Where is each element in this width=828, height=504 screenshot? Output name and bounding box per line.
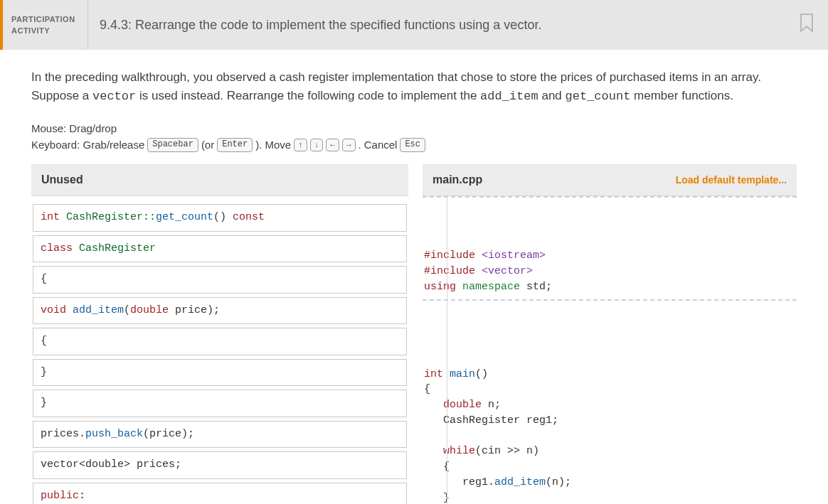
hint-keyboard: Keyboard: Grab/release Spacebar (or Ente… bbox=[31, 137, 797, 154]
code-line: #include <iostream> bbox=[424, 248, 797, 264]
intro-code-additem: add_item bbox=[480, 90, 538, 103]
code-line: } bbox=[424, 490, 797, 505]
code-line: int main() bbox=[424, 367, 797, 382]
hint-move: Move bbox=[265, 137, 291, 154]
code-tile[interactable]: vector<double> prices; bbox=[33, 451, 407, 479]
activity-title: 9.4.3: Rearrange the code to implement t… bbox=[88, 0, 785, 50]
unused-tiles-list[interactable]: int CashRegister::get_count() constclass… bbox=[31, 196, 408, 504]
key-spacebar: Spacebar bbox=[147, 138, 198, 152]
key-left: ← bbox=[326, 139, 339, 151]
code-section-2[interactable]: int main(){ double n; CashRegister reg1;… bbox=[423, 301, 797, 505]
unused-header: Unused bbox=[31, 164, 408, 196]
code-line: { bbox=[424, 382, 797, 397]
intro-paragraph: In the preceding walkthrough, you observ… bbox=[31, 68, 797, 105]
code-line: #include <vector> bbox=[424, 264, 797, 279]
code-tile[interactable]: { bbox=[33, 266, 407, 294]
activity-header: PARTICIPATION ACTIVITY 9.4.3: Rearrange … bbox=[0, 0, 828, 50]
gutter-line bbox=[447, 301, 447, 505]
maincpp-title: main.cpp bbox=[432, 171, 482, 188]
code-line: while(cin >> n) bbox=[424, 444, 797, 459]
hint-dot: . bbox=[359, 137, 361, 154]
hint-cancel: Cancel bbox=[364, 137, 398, 154]
key-esc: Esc bbox=[400, 138, 425, 152]
activity-title-text: Rearrange the code to implement the spec… bbox=[135, 16, 541, 35]
code-tile[interactable]: int CashRegister::get_count() const bbox=[33, 204, 407, 232]
code-section-1[interactable]: #include <iostream>#include <vector>usin… bbox=[423, 198, 797, 299]
hint-mouse: Mouse: Drag/drop bbox=[31, 121, 797, 137]
bookmark-button[interactable] bbox=[785, 0, 828, 50]
label-line2: ACTIVITY bbox=[11, 25, 79, 37]
intro-code-getcount: get_count bbox=[566, 90, 631, 103]
code-line: double n; bbox=[424, 397, 797, 413]
code-tile[interactable]: prices.push_back(price); bbox=[33, 421, 407, 449]
activity-number: 9.4.3: bbox=[100, 16, 132, 35]
code-line: reg1.add_item(n); bbox=[424, 475, 797, 490]
maincpp-panel: main.cpp Load default template... #inclu… bbox=[423, 164, 797, 504]
activity-content: In the preceding walkthrough, you observ… bbox=[0, 50, 828, 504]
maincpp-header: main.cpp Load default template... bbox=[423, 164, 797, 196]
code-tile[interactable]: class CashRegister bbox=[33, 235, 407, 263]
intro-mid2: and bbox=[538, 89, 566, 102]
code-line: CashRegister reg1; bbox=[424, 413, 797, 429]
code-tile[interactable]: { bbox=[33, 328, 407, 355]
unused-title: Unused bbox=[41, 171, 83, 188]
hint-or-open: (or bbox=[201, 137, 214, 154]
key-right: → bbox=[342, 139, 356, 151]
gutter-line bbox=[447, 198, 447, 299]
activity-type-label: PARTICIPATION ACTIVITY bbox=[3, 0, 88, 50]
intro-mid1: is used instead. Rearrange the following… bbox=[136, 89, 480, 102]
code-tile[interactable]: } bbox=[33, 359, 407, 387]
key-up: ↑ bbox=[294, 139, 307, 151]
controls-hint: Mouse: Drag/drop Keyboard: Grab/release … bbox=[31, 121, 797, 153]
key-enter: Enter bbox=[217, 138, 253, 152]
code-line bbox=[424, 351, 797, 367]
hint-kb-prefix: Keyboard: Grab/release bbox=[31, 137, 144, 154]
bookmark-icon bbox=[798, 13, 815, 38]
hint-or-close: ). bbox=[255, 137, 262, 154]
workspace-columns: Unused int CashRegister::get_count() con… bbox=[31, 164, 797, 504]
code-tile[interactable]: } bbox=[33, 390, 407, 417]
key-down: ↓ bbox=[310, 139, 324, 151]
intro-code-vector: vector bbox=[92, 90, 136, 103]
code-line: { bbox=[424, 459, 797, 475]
load-default-link[interactable]: Load default template... bbox=[676, 173, 787, 188]
unused-panel: Unused int CashRegister::get_count() con… bbox=[31, 164, 408, 504]
code-line: using namespace std; bbox=[424, 279, 797, 295]
intro-post: member functions. bbox=[630, 89, 733, 102]
code-tile[interactable]: public: bbox=[33, 483, 407, 505]
code-tile[interactable]: void add_item(double price); bbox=[33, 297, 407, 325]
label-line1: PARTICIPATION bbox=[11, 14, 79, 26]
code-line bbox=[424, 429, 797, 444]
